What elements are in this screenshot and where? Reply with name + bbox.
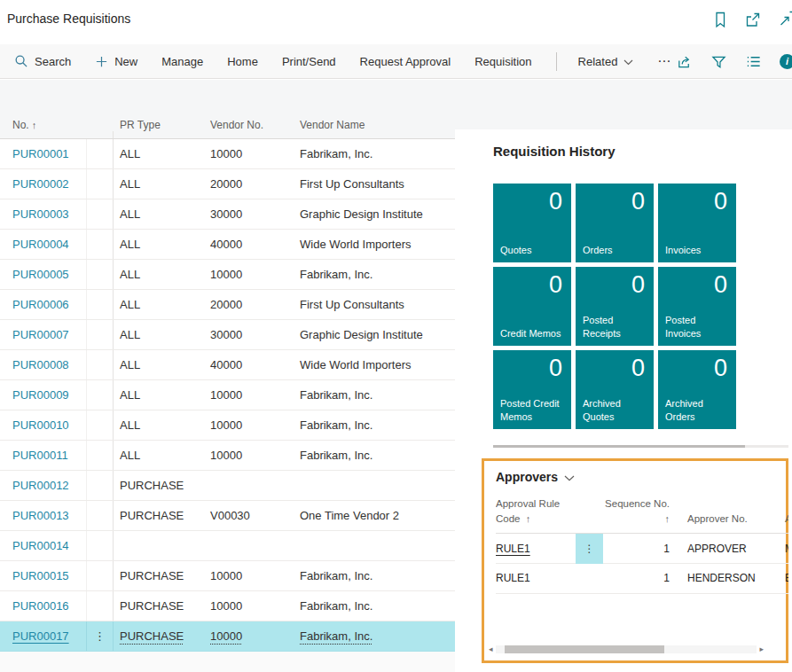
column-header-pr-type[interactable]: PR Type (114, 119, 204, 138)
related-menu[interactable]: Related (578, 55, 634, 68)
new-button[interactable]: New (95, 55, 137, 68)
requisition-no-link[interactable]: PUR00009 (12, 388, 69, 402)
vendor-name-cell[interactable]: Fabrikam, Inc. (293, 629, 455, 643)
requisition-no-link[interactable]: PUR00016 (12, 599, 69, 613)
search-button[interactable]: Search (14, 54, 71, 68)
table-row[interactable]: PUR00009ALL10000Fabrikam, Inc. (0, 380, 455, 410)
column-header-approver-no[interactable]: Approver No. (670, 512, 780, 527)
rule-code-cell[interactable]: RULE1 (496, 572, 576, 584)
vendor-name-cell[interactable]: Fabrikam, Inc. (293, 599, 455, 613)
table-row[interactable]: PUR00013PURCHASEV00030One Time Vendor 2 (0, 501, 455, 531)
vendor-no-cell[interactable]: 10000 (204, 599, 293, 613)
scrollbar-thumb[interactable] (505, 645, 664, 653)
table-row[interactable]: PUR00012PURCHASE (0, 471, 455, 501)
table-row[interactable]: PUR00010ALL10000Fabrikam, Inc. (0, 410, 455, 441)
vendor-name-cell[interactable]: Fabrikam, Inc. (293, 147, 455, 160)
home-menu[interactable]: Home (227, 55, 258, 68)
table-row[interactable]: PUR00004ALL40000Wide World Importers (0, 230, 455, 260)
scrollbar-track[interactable] (496, 645, 757, 653)
pr-type-cell[interactable]: ALL (114, 328, 204, 341)
vendor-no-cell[interactable]: 40000 (204, 238, 293, 251)
column-header-no[interactable]: No.↑ (0, 119, 87, 138)
requisition-menu[interactable]: Requisition (474, 55, 531, 68)
vendor-name-cell[interactable]: Graphic Design Institute (293, 328, 455, 341)
vendor-name-cell[interactable]: Wide World Importers (293, 238, 455, 251)
table-row[interactable]: PUR00001ALL10000Fabrikam, Inc. (0, 139, 455, 169)
vendor-no-cell[interactable]: 10000 (204, 268, 293, 281)
vendor-no-cell[interactable]: 10000 (204, 418, 293, 432)
table-row[interactable]: PUR00011ALL10000Fabrikam, Inc. (0, 441, 455, 471)
vendor-no-cell[interactable]: 40000 (204, 358, 293, 371)
column-header-sequence-no[interactable]: Sequence No. ↑ (603, 496, 670, 527)
vendor-no-cell[interactable]: 30000 (204, 328, 293, 341)
requisition-no-link[interactable]: PUR00005 (12, 268, 69, 281)
requisition-no-link[interactable]: PUR00015 (12, 569, 69, 582)
approver-no-cell[interactable]: HENDERSON (670, 572, 780, 584)
manage-menu[interactable]: Manage (161, 55, 203, 68)
vendor-name-cell[interactable]: Wide World Importers (293, 358, 455, 371)
share-icon[interactable] (676, 53, 693, 70)
pr-type-cell[interactable]: ALL (114, 388, 204, 402)
pr-type-cell[interactable]: ALL (114, 268, 204, 281)
vendor-name-cell[interactable]: Fabrikam, Inc. (293, 569, 455, 582)
vendor-no-cell[interactable]: 10000 (204, 388, 293, 402)
requisition-no-link[interactable]: PUR00008 (12, 358, 69, 371)
rule-code-link[interactable]: RULE1 (496, 543, 530, 555)
table-row[interactable]: PUR00005ALL10000Fabrikam, Inc. (0, 260, 455, 290)
factbox-scrollbar-track[interactable] (493, 445, 788, 448)
cue-tile-posted-receipts[interactable]: 0Posted Receipts (576, 267, 654, 346)
column-header-vendor-no[interactable]: Vendor No. (204, 119, 293, 138)
requisition-no-link[interactable]: PUR00011 (12, 449, 68, 462)
requisition-no-link[interactable]: PUR00007 (12, 328, 69, 341)
requisition-no-link[interactable]: PUR00006 (12, 298, 69, 311)
requisition-no-link[interactable]: PUR00014 (12, 539, 69, 552)
cue-tile-archived-quotes[interactable]: 0Archived Quotes (576, 350, 654, 429)
pr-type-cell[interactable]: PURCHASE (114, 599, 204, 613)
cue-tile-credit-memos[interactable]: 0Credit Memos (493, 267, 571, 346)
scroll-right-arrow-icon[interactable]: ▸ (759, 645, 764, 653)
cue-tile-archived-orders[interactable]: 0Archived Orders (658, 350, 736, 429)
pr-type-cell[interactable]: ALL (114, 147, 204, 160)
info-icon[interactable]: i (780, 54, 792, 69)
vendor-no-cell[interactable]: 10000 (204, 449, 293, 462)
table-row[interactable]: PUR00006ALL20000First Up Consultants (0, 290, 455, 320)
requisition-no-link[interactable]: PUR00001 (12, 147, 69, 160)
requisition-no-link[interactable]: PUR00003 (12, 207, 69, 221)
vendor-name-cell[interactable]: First Up Consultants (293, 298, 455, 311)
table-row-selected[interactable]: PUR00017⋮PURCHASE10000Fabrikam, Inc. (0, 621, 455, 652)
collapse-pane-icon[interactable] (777, 11, 792, 28)
scroll-left-arrow-icon[interactable]: ◂ (489, 645, 493, 653)
vendor-no-cell[interactable]: 10000 (204, 569, 293, 582)
table-row[interactable]: PUR00008ALL40000Wide World Importers (0, 350, 455, 380)
requisition-no-link[interactable]: PUR00012 (12, 479, 69, 492)
sequence-cell[interactable]: 1 (603, 543, 670, 555)
row-context-menu-icon[interactable]: ⋮ (584, 543, 595, 555)
pr-type-cell[interactable]: PURCHASE (114, 509, 204, 522)
cue-tile-invoices[interactable]: 0Invoices (658, 184, 736, 262)
pr-type-cell[interactable]: ALL (114, 449, 204, 462)
approver-name-cell[interactable]: M (780, 543, 788, 555)
vendor-name-cell[interactable]: Fabrikam, Inc. (293, 268, 455, 281)
vendor-no-cell[interactable]: 30000 (204, 207, 293, 221)
approvers-header[interactable]: Approvers (496, 470, 575, 484)
vendor-no-cell[interactable]: 20000 (204, 177, 293, 191)
approver-row-selected[interactable]: RULE1 ⋮ 1 APPROVER M (496, 534, 788, 564)
column-header-approval-rule-code[interactable]: Approval Rule Code ↑ (496, 496, 576, 527)
table-row[interactable]: PUR00016PURCHASE10000Fabrikam, Inc. (0, 591, 455, 621)
requisition-no-link[interactable]: PUR00013 (12, 509, 69, 522)
column-header-approver-name[interactable]: Ap (780, 512, 788, 527)
pr-type-cell[interactable]: PURCHASE (114, 569, 204, 582)
sequence-cell[interactable]: 1 (603, 572, 670, 584)
table-row[interactable]: PUR00014 (0, 531, 455, 561)
requisition-no-link[interactable]: PUR00004 (12, 238, 69, 251)
factbox-scrollbar-thumb[interactable] (493, 445, 745, 448)
table-row[interactable]: PUR00002ALL20000First Up Consultants (0, 169, 455, 199)
bookmark-icon[interactable] (711, 11, 729, 28)
vendor-name-cell[interactable]: Fabrikam, Inc. (293, 418, 455, 432)
cue-tile-posted-invoices[interactable]: 0Posted Invoices (658, 267, 736, 346)
cue-tile-quotes[interactable]: 0Quotes (493, 184, 571, 262)
vendor-no-cell[interactable]: 10000 (204, 629, 293, 643)
vendor-no-cell[interactable]: 20000 (204, 298, 293, 311)
vendor-name-cell[interactable]: Fabrikam, Inc. (293, 449, 455, 462)
approver-row[interactable]: RULE1 1 HENDERSON Es (496, 564, 788, 594)
